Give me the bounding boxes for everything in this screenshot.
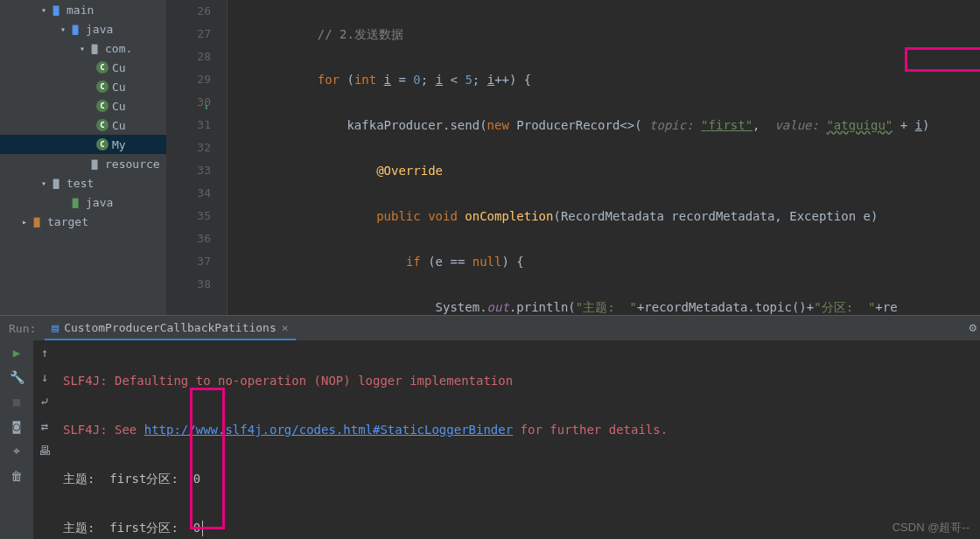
gear-icon[interactable]: ⚙ bbox=[970, 320, 976, 334]
class-icon: C bbox=[96, 61, 108, 74]
run-toolbar-left: ▶ 🔧 ■ ◙ ⌖ 🗑 bbox=[0, 340, 33, 539]
folder-icon: ▇ bbox=[49, 3, 63, 17]
caret bbox=[202, 521, 203, 536]
folder-icon: ▇ bbox=[88, 157, 102, 171]
stop-icon[interactable]: ■ bbox=[13, 395, 20, 409]
console-line: 主题: first分区: 0 bbox=[63, 466, 973, 491]
down-icon[interactable]: ↓ bbox=[41, 370, 48, 384]
highlight-box bbox=[190, 388, 225, 529]
tree-class[interactable]: CCu bbox=[0, 96, 166, 116]
tree-class[interactable]: CCu bbox=[0, 58, 166, 77]
code-editor[interactable]: 26 27 28 29 30⬆ 31 32 33 34 35 36 37 38 … bbox=[166, 0, 980, 315]
close-icon[interactable]: × bbox=[282, 321, 289, 334]
code-area[interactable]: // 2.发送数据 for (int i = 0; i < 5; i++) { … bbox=[228, 0, 980, 315]
tree-java[interactable]: ▾▇java bbox=[0, 19, 166, 38]
tree-com[interactable]: ▾▇com. bbox=[0, 38, 166, 58]
run-toolbar-inner: ↑ ↓ ⤶ ⇄ 🖶 bbox=[33, 340, 56, 539]
console-output[interactable]: SLF4J: Defaulting to no-operation (NOP) … bbox=[56, 340, 980, 539]
bug-icon[interactable]: ⌖ bbox=[13, 444, 20, 458]
tree-resources[interactable]: ▇resource bbox=[0, 154, 166, 173]
run-tab[interactable]: ▤ CustomProducerCallbackPatitions × bbox=[45, 316, 295, 340]
up-icon[interactable]: ↑ bbox=[41, 346, 48, 360]
camera-icon[interactable]: ◙ bbox=[13, 419, 20, 433]
folder-icon: ▇ bbox=[30, 214, 44, 228]
class-icon: C bbox=[96, 119, 108, 131]
tree-class[interactable]: CCu bbox=[0, 77, 166, 96]
run-header: Run: ▤ CustomProducerCallbackPatitions × bbox=[0, 316, 980, 340]
project-tree[interactable]: ▾▇main ▾▇java ▾▇com. CCu CCu CCu CCu CMy… bbox=[0, 0, 166, 315]
console-line: SLF4J: See bbox=[63, 423, 144, 437]
filter-icon[interactable]: ⇄ bbox=[41, 419, 48, 433]
console-line: SLF4J: Defaulting to no-operation (NOP) … bbox=[63, 374, 513, 388]
app-icon: ▤ bbox=[52, 321, 59, 334]
tree-test[interactable]: ▾▇test bbox=[0, 173, 166, 192]
print-icon[interactable]: 🖶 bbox=[38, 444, 51, 458]
tree-java2[interactable]: ▇java bbox=[0, 192, 166, 212]
tree-main[interactable]: ▾▇main bbox=[0, 0, 166, 19]
console-line: 主题: first分区: 0 bbox=[63, 515, 973, 539]
gutter: 26 27 28 29 30⬆ 31 32 33 34 35 36 37 38 bbox=[166, 0, 228, 315]
class-icon: C bbox=[96, 100, 108, 112]
console-link[interactable]: http://www.slf4j.org/codes.html#StaticLo… bbox=[144, 423, 513, 437]
trash-icon[interactable]: 🗑 bbox=[10, 469, 23, 483]
run-label: Run: bbox=[0, 322, 45, 335]
folder-icon: ▇ bbox=[68, 22, 82, 36]
wrench-icon[interactable]: 🔧 bbox=[10, 370, 24, 384]
class-icon: C bbox=[96, 138, 108, 150]
folder-icon: ▇ bbox=[68, 195, 82, 209]
class-icon: C bbox=[96, 80, 108, 93]
package-icon: ▇ bbox=[88, 41, 102, 55]
folder-icon: ▇ bbox=[49, 176, 63, 190]
wrap-icon[interactable]: ⤶ bbox=[39, 395, 50, 409]
watermark: CSDN @超哥-- bbox=[892, 520, 970, 536]
tree-target[interactable]: ▸▇target bbox=[0, 212, 166, 231]
tree-class[interactable]: CCu bbox=[0, 116, 166, 135]
rerun-icon[interactable]: ▶ bbox=[13, 346, 20, 360]
tree-class-selected[interactable]: CMy bbox=[0, 135, 166, 154]
